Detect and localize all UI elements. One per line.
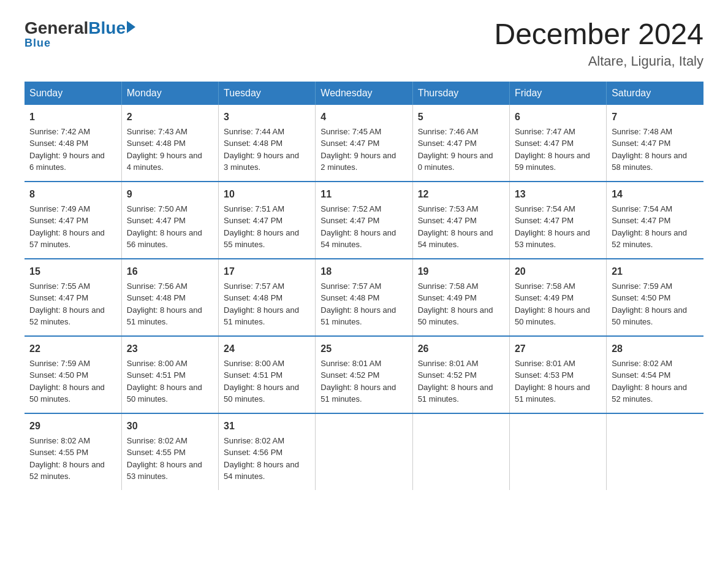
day-of-week-header: Friday	[509, 82, 606, 105]
calendar-day-cell: 8Sunrise: 7:49 AMSunset: 4:47 PMDaylight…	[25, 182, 121, 259]
day-number: 12	[418, 187, 504, 202]
page-header: General Blue Blue December 2024 Altare, …	[25, 18, 703, 69]
day-info: Sunrise: 7:59 AMSunset: 4:50 PMDaylight:…	[612, 280, 699, 328]
day-info: Sunrise: 7:54 AMSunset: 4:47 PMDaylight:…	[515, 203, 601, 251]
day-number: 20	[515, 264, 601, 279]
calendar-day-cell: 22Sunrise: 7:59 AMSunset: 4:50 PMDayligh…	[25, 336, 121, 413]
day-info: Sunrise: 7:59 AMSunset: 4:50 PMDaylight:…	[29, 358, 116, 405]
day-info: Sunrise: 7:48 AMSunset: 4:47 PMDaylight:…	[612, 126, 699, 174]
day-info: Sunrise: 7:45 AMSunset: 4:47 PMDaylight:…	[320, 126, 407, 174]
day-info: Sunrise: 7:51 AMSunset: 4:47 PMDaylight:…	[224, 203, 310, 251]
day-of-week-header: Sunday	[25, 82, 121, 105]
day-number: 29	[29, 419, 116, 434]
calendar-day-cell: 31Sunrise: 8:02 AMSunset: 4:56 PMDayligh…	[219, 413, 316, 490]
day-info: Sunrise: 8:02 AMSunset: 4:54 PMDaylight:…	[612, 358, 699, 405]
day-of-week-header: Saturday	[607, 82, 703, 105]
day-info: Sunrise: 8:00 AMSunset: 4:51 PMDaylight:…	[127, 358, 213, 405]
day-number: 9	[127, 187, 213, 202]
calendar-day-cell: 29Sunrise: 8:02 AMSunset: 4:55 PMDayligh…	[25, 413, 121, 490]
calendar-day-cell: 19Sunrise: 7:58 AMSunset: 4:49 PMDayligh…	[412, 259, 509, 336]
day-number: 31	[224, 419, 310, 434]
day-number: 24	[224, 342, 310, 356]
day-number: 1	[29, 110, 116, 124]
day-info: Sunrise: 7:54 AMSunset: 4:47 PMDaylight:…	[612, 203, 699, 251]
logo-triangle-icon	[127, 21, 135, 33]
calendar-week-row: 29Sunrise: 8:02 AMSunset: 4:55 PMDayligh…	[25, 413, 703, 490]
day-number: 14	[612, 187, 699, 202]
day-info: Sunrise: 7:49 AMSunset: 4:47 PMDaylight:…	[29, 203, 116, 251]
calendar-day-cell: 9Sunrise: 7:50 AMSunset: 4:47 PMDaylight…	[121, 182, 218, 259]
day-info: Sunrise: 7:47 AMSunset: 4:47 PMDaylight:…	[515, 126, 601, 174]
calendar-day-cell: 6Sunrise: 7:47 AMSunset: 4:47 PMDaylight…	[509, 105, 606, 182]
day-info: Sunrise: 7:46 AMSunset: 4:47 PMDaylight:…	[418, 126, 504, 174]
day-number: 2	[127, 110, 213, 124]
day-info: Sunrise: 8:01 AMSunset: 4:52 PMDaylight:…	[418, 358, 504, 405]
day-number: 4	[320, 110, 407, 124]
calendar-day-cell: 1Sunrise: 7:42 AMSunset: 4:48 PMDaylight…	[25, 105, 121, 182]
calendar-day-cell: 10Sunrise: 7:51 AMSunset: 4:47 PMDayligh…	[219, 182, 316, 259]
day-number: 13	[515, 187, 601, 202]
calendar-day-cell: 3Sunrise: 7:44 AMSunset: 4:48 PMDaylight…	[219, 105, 316, 182]
day-number: 18	[320, 264, 407, 279]
calendar-week-row: 8Sunrise: 7:49 AMSunset: 4:47 PMDaylight…	[25, 182, 703, 259]
calendar-day-cell: 26Sunrise: 8:01 AMSunset: 4:52 PMDayligh…	[412, 336, 509, 413]
day-number: 10	[224, 187, 310, 202]
calendar-day-cell: 7Sunrise: 7:48 AMSunset: 4:47 PMDaylight…	[607, 105, 703, 182]
location-subtitle: Altare, Liguria, Italy	[494, 53, 703, 69]
calendar-day-cell	[607, 413, 703, 490]
day-number: 15	[29, 264, 116, 279]
day-number: 27	[515, 342, 601, 356]
day-info: Sunrise: 8:02 AMSunset: 4:55 PMDaylight:…	[29, 435, 116, 483]
title-block: December 2024 Altare, Liguria, Italy	[494, 18, 703, 69]
day-number: 30	[127, 419, 213, 434]
calendar-day-cell: 23Sunrise: 8:00 AMSunset: 4:51 PMDayligh…	[121, 336, 218, 413]
day-info: Sunrise: 8:02 AMSunset: 4:55 PMDaylight:…	[127, 435, 213, 483]
calendar-day-cell: 16Sunrise: 7:56 AMSunset: 4:48 PMDayligh…	[121, 259, 218, 336]
calendar-week-row: 22Sunrise: 7:59 AMSunset: 4:50 PMDayligh…	[25, 336, 703, 413]
calendar-day-cell: 4Sunrise: 7:45 AMSunset: 4:47 PMDaylight…	[316, 105, 412, 182]
calendar-day-cell: 15Sunrise: 7:55 AMSunset: 4:47 PMDayligh…	[25, 259, 121, 336]
calendar-day-cell: 30Sunrise: 8:02 AMSunset: 4:55 PMDayligh…	[121, 413, 218, 490]
calendar-day-cell: 18Sunrise: 7:57 AMSunset: 4:48 PMDayligh…	[316, 259, 412, 336]
calendar-day-cell: 12Sunrise: 7:53 AMSunset: 4:47 PMDayligh…	[412, 182, 509, 259]
day-number: 26	[418, 342, 504, 356]
day-of-week-header: Thursday	[412, 82, 509, 105]
day-info: Sunrise: 7:56 AMSunset: 4:48 PMDaylight:…	[127, 280, 213, 328]
calendar-week-row: 15Sunrise: 7:55 AMSunset: 4:47 PMDayligh…	[25, 259, 703, 336]
day-number: 28	[612, 342, 699, 356]
day-of-week-header: Wednesday	[316, 82, 412, 105]
calendar-day-cell: 25Sunrise: 8:01 AMSunset: 4:52 PMDayligh…	[316, 336, 412, 413]
calendar-day-cell: 28Sunrise: 8:02 AMSunset: 4:54 PMDayligh…	[607, 336, 703, 413]
calendar-day-cell	[412, 413, 509, 490]
calendar-day-cell: 14Sunrise: 7:54 AMSunset: 4:47 PMDayligh…	[607, 182, 703, 259]
day-info: Sunrise: 8:02 AMSunset: 4:56 PMDaylight:…	[224, 435, 310, 483]
day-info: Sunrise: 7:58 AMSunset: 4:49 PMDaylight:…	[418, 280, 504, 328]
calendar-header-row: SundayMondayTuesdayWednesdayThursdayFrid…	[25, 82, 703, 105]
day-number: 16	[127, 264, 213, 279]
day-info: Sunrise: 7:57 AMSunset: 4:48 PMDaylight:…	[320, 280, 407, 328]
day-info: Sunrise: 8:01 AMSunset: 4:53 PMDaylight:…	[515, 358, 601, 405]
calendar-day-cell: 24Sunrise: 8:00 AMSunset: 4:51 PMDayligh…	[219, 336, 316, 413]
calendar-day-cell: 5Sunrise: 7:46 AMSunset: 4:47 PMDaylight…	[412, 105, 509, 182]
calendar-week-row: 1Sunrise: 7:42 AMSunset: 4:48 PMDaylight…	[25, 105, 703, 182]
calendar-day-cell: 11Sunrise: 7:52 AMSunset: 4:47 PMDayligh…	[316, 182, 412, 259]
day-info: Sunrise: 7:55 AMSunset: 4:47 PMDaylight:…	[29, 280, 116, 328]
calendar-day-cell: 17Sunrise: 7:57 AMSunset: 4:48 PMDayligh…	[219, 259, 316, 336]
calendar-day-cell: 27Sunrise: 8:01 AMSunset: 4:53 PMDayligh…	[509, 336, 606, 413]
day-number: 7	[612, 110, 699, 124]
calendar-day-cell: 13Sunrise: 7:54 AMSunset: 4:47 PMDayligh…	[509, 182, 606, 259]
day-number: 17	[224, 264, 310, 279]
calendar-day-cell	[316, 413, 412, 490]
day-info: Sunrise: 7:43 AMSunset: 4:48 PMDaylight:…	[127, 126, 213, 174]
logo-blue-text: Blue	[88, 18, 126, 38]
day-number: 3	[224, 110, 310, 124]
day-info: Sunrise: 7:50 AMSunset: 4:47 PMDaylight:…	[127, 203, 213, 251]
day-of-week-header: Tuesday	[219, 82, 316, 105]
calendar-day-cell: 20Sunrise: 7:58 AMSunset: 4:49 PMDayligh…	[509, 259, 606, 336]
logo: General Blue Blue	[25, 18, 135, 50]
month-year-title: December 2024	[494, 18, 703, 51]
day-info: Sunrise: 7:44 AMSunset: 4:48 PMDaylight:…	[224, 126, 310, 174]
day-info: Sunrise: 7:57 AMSunset: 4:48 PMDaylight:…	[224, 280, 310, 328]
day-number: 25	[320, 342, 407, 356]
day-info: Sunrise: 7:58 AMSunset: 4:49 PMDaylight:…	[515, 280, 601, 328]
